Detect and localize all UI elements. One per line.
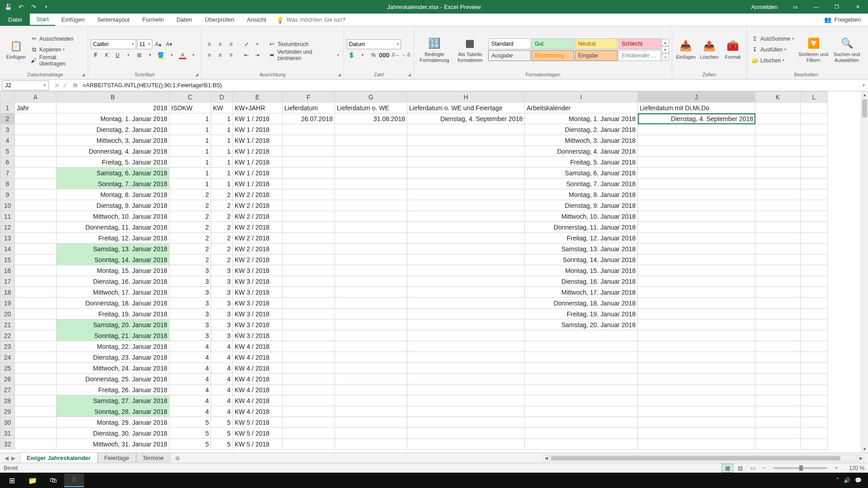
cell-C22[interactable]: 3 (170, 330, 211, 341)
cell-C23[interactable]: 4 (170, 341, 211, 352)
cell-G26[interactable] (335, 374, 407, 385)
row-header-6[interactable]: 6 (0, 157, 15, 168)
column-header-E[interactable]: E (233, 92, 283, 103)
cell-L26[interactable] (801, 374, 828, 385)
zoom-slider-knob[interactable] (799, 465, 803, 471)
cell-I30[interactable] (525, 417, 638, 428)
align-bottom-button[interactable]: ≡ (226, 39, 236, 49)
font-size-selector[interactable]: 11▾ (137, 39, 152, 49)
cell-C10[interactable]: 2 (170, 200, 211, 211)
cell-F3[interactable] (283, 124, 335, 135)
cell-A3[interactable] (15, 124, 57, 135)
align-center-button[interactable]: ≡ (215, 50, 225, 60)
cell-A16[interactable] (15, 265, 57, 276)
cell-A12[interactable] (15, 222, 57, 233)
tray-notifications-icon[interactable]: 💬 (855, 477, 862, 483)
cell-D12[interactable]: 2 (211, 222, 233, 233)
orientation-dropdown[interactable]: ▾ (252, 39, 262, 49)
cell-E31[interactable]: KW 5 / 2018 (233, 428, 283, 439)
scroll-down-icon[interactable]: ▼ (861, 446, 868, 453)
system-tray[interactable]: ˄ 🔊 💬 (832, 477, 866, 483)
sort-filter-button[interactable]: 🔽Sortieren und Filtern (797, 33, 829, 67)
cell-I20[interactable]: Freitag, 19. Januar 2018 (525, 309, 638, 319)
borders-button[interactable]: ⊞ (134, 50, 144, 60)
cell-A7[interactable] (15, 168, 57, 178)
add-sheet-button[interactable]: ⊕ (170, 455, 185, 462)
underline-button[interactable]: U (113, 50, 123, 60)
wrap-text-button[interactable]: ↩Textumbruch (267, 39, 341, 49)
zoom-out-button[interactable]: － (759, 464, 769, 472)
cell-E21[interactable]: KW 3 / 2018 (233, 319, 283, 330)
cell-H2[interactable]: Dienstag, 4. September 2018 (407, 113, 525, 124)
cell-H29[interactable] (407, 406, 525, 417)
cell-B20[interactable]: Freitag, 19. Januar 2018 (57, 309, 170, 319)
cell-G23[interactable] (335, 341, 407, 352)
cell-J4[interactable] (638, 135, 755, 146)
cell-G25[interactable] (335, 363, 407, 374)
save-icon[interactable]: 💾 (4, 2, 13, 11)
cell-I27[interactable] (525, 385, 638, 395)
row-header-20[interactable]: 20 (0, 309, 15, 319)
cell-I17[interactable]: Dienstag, 16. Januar 2018 (525, 276, 638, 287)
taskbar-store[interactable]: 🛍 (43, 474, 63, 487)
italic-button[interactable]: K (102, 50, 112, 60)
cell-L19[interactable] (801, 298, 828, 309)
cell-F9[interactable] (283, 189, 335, 200)
cell-F26[interactable] (283, 374, 335, 385)
row-header-28[interactable]: 28 (0, 395, 15, 406)
cell-B3[interactable]: Dienstag, 2. Januar 2018 (57, 124, 170, 135)
conditional-formatting-button[interactable]: 🔢 Bedingte Formatierung (417, 33, 452, 67)
cell-G29[interactable] (335, 406, 407, 417)
cell-C28[interactable]: 4 (170, 395, 211, 406)
cell-A21[interactable] (15, 319, 57, 330)
cell-H13[interactable] (407, 233, 525, 244)
cell-C12[interactable]: 2 (170, 222, 211, 233)
row-header-2[interactable]: 2 (0, 113, 15, 124)
select-all-corner[interactable] (0, 92, 15, 103)
cell-B17[interactable]: Dienstag, 16. Januar 2018 (57, 276, 170, 287)
cell-L30[interactable] (801, 417, 828, 428)
cell-F4[interactable] (283, 135, 335, 146)
cell-G5[interactable] (335, 146, 407, 157)
cell-D23[interactable]: 4 (211, 341, 233, 352)
cell-F15[interactable] (283, 254, 335, 265)
cell-E8[interactable]: KW 1 / 2018 (233, 178, 283, 189)
style-gut[interactable]: Gut (532, 38, 574, 49)
cell-B23[interactable]: Montag, 22. Januar 2018 (57, 341, 170, 352)
cell-J13[interactable] (638, 233, 755, 244)
cell-H28[interactable] (407, 395, 525, 406)
cell-B12[interactable]: Donnerstag, 11. Januar 2018 (57, 222, 170, 233)
cell-E22[interactable]: KW 3 / 2018 (233, 330, 283, 341)
sheet-tab-2[interactable]: Termine (136, 452, 170, 464)
cell-I19[interactable]: Donnerstag, 18. Januar 2018 (525, 298, 638, 309)
view-page-layout-button[interactable]: ▤ (734, 464, 746, 473)
cell-L31[interactable] (801, 428, 828, 439)
cell-L2[interactable] (801, 113, 828, 124)
cell-E6[interactable]: KW 1 / 2018 (233, 157, 283, 168)
row-header-9[interactable]: 9 (0, 189, 15, 200)
cell-F7[interactable] (283, 168, 335, 178)
cell-G31[interactable] (335, 428, 407, 439)
cell-C32[interactable]: 5 (170, 439, 211, 450)
style-neutral[interactable]: Neutral (575, 38, 618, 49)
cell-E26[interactable]: KW 4 / 2018 (233, 374, 283, 385)
cell-D20[interactable]: 3 (211, 309, 233, 319)
row-header-13[interactable]: 13 (0, 233, 15, 244)
cell-J30[interactable] (638, 417, 755, 428)
column-header-A[interactable]: A (15, 92, 57, 103)
cell-G24[interactable] (335, 352, 407, 363)
cell-G22[interactable] (335, 330, 407, 341)
cell-I11[interactable]: Mittwoch, 10. Januar 2018 (525, 211, 638, 222)
cell-L17[interactable] (801, 276, 828, 287)
cell-C15[interactable]: 2 (170, 254, 211, 265)
cell-C25[interactable]: 4 (170, 363, 211, 374)
cell-K6[interactable] (755, 157, 801, 168)
cell-K19[interactable] (755, 298, 801, 309)
row-header-7[interactable]: 7 (0, 168, 15, 178)
cell-I8[interactable]: Sonntag, 7. Januar 2018 (525, 178, 638, 189)
cell-I15[interactable]: Sonntag, 14. Januar 2018 (525, 254, 638, 265)
ribbon-tab-seitenlayout[interactable]: Seitenlayout (91, 14, 136, 26)
cell-E27[interactable]: KW 4 / 2018 (233, 385, 283, 395)
underline-dropdown[interactable]: ▾ (123, 50, 133, 60)
cell-L20[interactable] (801, 309, 828, 319)
